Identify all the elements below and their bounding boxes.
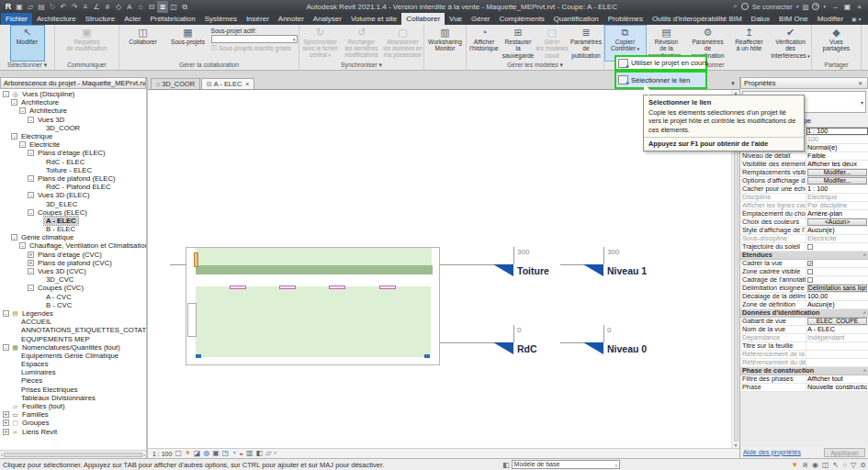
tree-item-a-elec[interactable]: A - ELEC xyxy=(0,217,146,225)
property-value[interactable]: 100,00 xyxy=(806,293,868,300)
redo-icon[interactable]: ↷ xyxy=(69,1,80,13)
shadows-icon[interactable]: ◪ xyxy=(194,449,201,458)
property-value[interactable]: Afficher tout xyxy=(806,375,868,383)
column-element[interactable] xyxy=(194,252,198,267)
expand-toggle[interactable]: + xyxy=(3,411,9,418)
aligned-dimension-icon[interactable]: # xyxy=(102,1,113,13)
tree-item[interactable]: - Plans de plafond (ELEC) xyxy=(0,174,146,183)
select-toggle-icon[interactable]: ↖ xyxy=(832,461,839,469)
roof-slab[interactable] xyxy=(196,265,433,274)
design-option-select[interactable]: Modèle de base xyxy=(512,460,620,469)
rendering-icon[interactable]: ◍ xyxy=(203,449,209,458)
tree-item[interactable]: 3D_ELEC xyxy=(0,199,146,207)
property-row[interactable]: Titre sur la feuille xyxy=(740,342,868,351)
signin-button[interactable]: Se connecter xyxy=(752,3,793,11)
text-icon[interactable]: A xyxy=(124,1,135,13)
ribbon-tab[interactable]: Problèmes xyxy=(603,13,648,25)
light-fixture[interactable] xyxy=(279,285,296,289)
properties-help-link[interactable]: Aide des propriétés xyxy=(743,448,801,456)
sync-central-icon[interactable]: ↻ xyxy=(47,1,58,13)
close-icon[interactable]: × xyxy=(856,79,864,87)
tree-item[interactable]: ANNOTATIONS_ETIQUETTES_COTATIONS_SYMBOLE xyxy=(0,326,146,334)
modifier-button[interactable]: ↖Modifier xyxy=(11,26,44,61)
ribbon-tab[interactable]: BIM One xyxy=(774,13,813,25)
tree-item[interactable]: Pièces xyxy=(0,376,146,385)
apply-button[interactable]: Appliquer xyxy=(824,448,865,457)
revit-logo[interactable]: R xyxy=(3,1,14,13)
level-line[interactable] xyxy=(170,264,186,265)
tree-item[interactable]: - Electrique xyxy=(0,132,146,140)
tree-item[interactable]: Equipements Génie Climatique xyxy=(0,352,146,360)
property-value[interactable]: Nouvelle construction xyxy=(806,384,868,391)
expand-toggle[interactable]: + xyxy=(28,260,34,266)
tree-item[interactable]: + Groupes xyxy=(0,419,146,427)
filter-icon[interactable]: ▽ xyxy=(851,461,856,469)
background-process-icon[interactable]: ○ xyxy=(842,461,847,469)
checkbox[interactable] xyxy=(807,277,813,283)
tree-item[interactable]: B - ELEC xyxy=(0,225,146,233)
light-fixture[interactable] xyxy=(329,285,345,289)
help-dropdown-icon[interactable]: ▾ xyxy=(823,4,826,9)
property-row[interactable]: Discipline Electrique xyxy=(740,194,868,202)
tree-item[interactable]: - Architecture xyxy=(0,106,146,115)
tree-item[interactable]: - Génie climatique xyxy=(0,233,146,241)
property-row[interactable]: Référencement de la f... xyxy=(740,351,868,359)
afficher-historique-button[interactable]: ◔Afficher l'historique xyxy=(468,26,501,61)
sous-projets-button[interactable]: ▦Sous-projets xyxy=(166,26,210,61)
filter-count[interactable]: :0 xyxy=(860,462,865,468)
property-row[interactable]: Nom de la vue A - ELEC xyxy=(740,326,868,334)
ribbon-tab[interactable]: Quantification xyxy=(549,13,603,25)
synchroniser-central-button[interactable]: ↻Synchroniser avec le fichier central xyxy=(300,26,341,61)
worksharing-display-icon[interactable]: ◧ xyxy=(256,449,264,458)
tree-item[interactable]: Toiture - ELEC xyxy=(0,166,146,174)
tree-item[interactable]: - Electricité xyxy=(0,140,146,149)
property-row[interactable]: Filtre des phases Afficher tout xyxy=(740,375,868,384)
property-value[interactable]: 1 : 100 xyxy=(806,185,868,193)
checkbox[interactable] xyxy=(807,261,813,266)
property-row[interactable]: Délimitation éloignée Délimitation sans … xyxy=(740,285,868,293)
recharger-button[interactable]: ↺Recharger les dernières modifications xyxy=(342,26,382,61)
expand-toggle[interactable]: - xyxy=(28,209,34,216)
property-row[interactable]: Référencement du dét... xyxy=(740,359,868,367)
constraints-icon[interactable]: ▱ xyxy=(265,449,271,458)
expand-toggle[interactable]: + xyxy=(28,252,34,258)
tree-item[interactable]: - Vues 3D (CVC) xyxy=(0,267,146,275)
default-3d-view-icon[interactable]: ⌂ xyxy=(135,1,146,13)
ribbon-tab[interactable]: Volume et site xyxy=(346,13,401,25)
close-button[interactable]: × xyxy=(853,3,865,11)
checkbox[interactable] xyxy=(807,244,813,250)
scale-display[interactable]: 1 : 100 xyxy=(152,451,172,457)
tree-item[interactable]: - Coupes (ELEC) xyxy=(0,208,146,217)
verification-interferences-button[interactable]: ✔Vérification des interférences xyxy=(771,26,811,61)
level-name[interactable]: RdC xyxy=(517,343,537,354)
reaffecter-hote-button[interactable]: ↥Réaffecter à un hôte xyxy=(729,26,770,61)
property-value[interactable]: Arrière-plan xyxy=(806,210,868,218)
level-name[interactable]: Niveau 0 xyxy=(607,343,647,354)
links-icon[interactable]: ◉ xyxy=(812,461,818,469)
menu-item-select-link[interactable]: Sélectionner le lien xyxy=(614,71,707,89)
property-value[interactable] xyxy=(806,276,868,284)
tree-item[interactable]: + Familles xyxy=(0,410,146,419)
ribbon-tab[interactable]: Préfabrication xyxy=(145,13,199,25)
property-row[interactable]: Zone cadrée visible xyxy=(740,268,868,276)
show-crop-icon[interactable]: ◳ xyxy=(222,449,230,458)
ribbon-tab[interactable]: Gérer xyxy=(467,13,494,25)
abandonner-button[interactable]: ▢Abandonner les données en ma possession xyxy=(383,26,423,61)
light-fixture[interactable] xyxy=(379,285,396,289)
ribbon-tab[interactable]: Architecture xyxy=(32,13,81,25)
tree-item[interactable]: - Plans d'étage (ELEC) xyxy=(0,149,146,157)
property-value[interactable]: Par discipline xyxy=(806,202,868,209)
property-row[interactable]: Choix des couleurs <Aucun> xyxy=(740,218,868,227)
tree-item[interactable]: + Plans de plafond (CVC) xyxy=(0,259,146,267)
tree-item[interactable]: Luminaires xyxy=(0,368,146,376)
collaborer-button[interactable]: ◫Collaborer xyxy=(121,26,165,61)
property-row[interactable]: Style d'affichage de l'... Aucun(e) xyxy=(740,227,868,235)
property-row[interactable]: Décalage de la délimit... 100,00 xyxy=(740,293,868,301)
tree-item[interactable]: B - CVC xyxy=(0,301,146,309)
property-row[interactable]: Gabarit de vue ELEC_COUPE xyxy=(740,318,868,326)
editable-only-icon[interactable]: ▼ xyxy=(791,461,798,469)
expand-toggle[interactable]: - xyxy=(19,141,26,148)
level-marker-icon[interactable] xyxy=(583,264,603,276)
tree-item[interactable]: + Plans d'étage (CVC) xyxy=(0,251,146,259)
expand-toggle[interactable]: - xyxy=(11,234,17,241)
